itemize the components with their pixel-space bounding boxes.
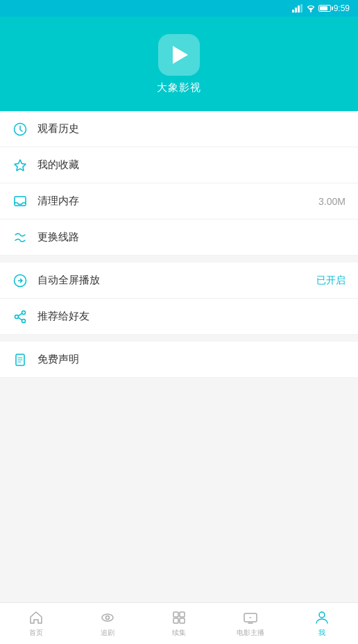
status-bar: 9:59 — [0, 0, 358, 17]
menu-item-my-favorites[interactable]: 我的收藏 — [0, 147, 358, 183]
menu-item-watch-history[interactable]: 观看历史 — [0, 111, 358, 147]
svg-line-11 — [18, 313, 22, 316]
signal-icon — [292, 4, 303, 13]
favorites-label: 我的收藏 — [37, 158, 346, 172]
svg-point-8 — [22, 311, 26, 314]
status-bar-right: 9:59 — [292, 3, 350, 13]
nav-item-explore[interactable]: 续集 — [143, 603, 214, 644]
menu-item-switch-route[interactable]: 更换线路 — [0, 220, 358, 256]
svg-rect-3 — [300, 4, 302, 13]
menu-section: 观看历史 我的收藏 清理内存 3.00M — [0, 111, 358, 378]
svg-rect-22 — [180, 618, 185, 623]
home-nav-label: 首页 — [29, 628, 43, 638]
menu-item-auto-fullscreen[interactable]: 自动全屏播放 已开启 — [0, 263, 358, 299]
grid-nav-icon — [171, 609, 187, 626]
home-nav-icon — [28, 609, 44, 626]
svg-rect-2 — [298, 6, 300, 13]
svg-rect-21 — [173, 618, 178, 623]
share-icon — [12, 309, 28, 324]
switch-route-label: 更换线路 — [37, 231, 346, 244]
menu-section-2: 自动全屏播放 已开启 推荐给好友 — [0, 263, 358, 335]
menu-divider-1 — [0, 256, 358, 263]
nav-item-theater[interactable]: 电影主播 — [215, 603, 287, 644]
menu-item-clear-cache[interactable]: 清理内存 3.00M — [0, 183, 358, 220]
app-name: 大象影视 — [157, 81, 201, 94]
svg-point-25 — [319, 612, 325, 618]
follow-nav-label: 追剧 — [101, 628, 114, 638]
clear-cache-value: 3.00M — [318, 196, 346, 207]
bottom-nav: 首页 追剧 续集 电影主播 — [0, 602, 358, 644]
explore-nav-label: 续集 — [172, 628, 186, 638]
menu-section-1: 观看历史 我的收藏 清理内存 3.00M — [0, 111, 358, 256]
menu-item-disclaimer[interactable]: 免费声明 — [0, 342, 358, 378]
route-icon — [12, 230, 28, 245]
nav-item-follow[interactable]: 追剧 — [71, 603, 143, 644]
star-icon — [12, 158, 28, 173]
app-header: 大象影视 — [0, 0, 358, 111]
recommend-label: 推荐给好友 — [37, 310, 346, 323]
auto-fullscreen-value: 已开启 — [316, 274, 346, 287]
svg-point-18 — [105, 616, 109, 620]
tv-nav-icon — [242, 609, 259, 626]
me-nav-label: 我 — [318, 628, 325, 638]
svg-point-10 — [15, 315, 19, 318]
battery-icon — [318, 5, 331, 12]
theater-nav-label: 电影主播 — [237, 628, 264, 638]
svg-point-4 — [309, 10, 311, 12]
time-display: 9:59 — [334, 3, 350, 13]
person-nav-icon — [314, 609, 330, 626]
disclaimer-label: 免费声明 — [37, 353, 346, 366]
inbox-icon — [12, 194, 28, 209]
menu-divider-2 — [0, 335, 358, 342]
svg-rect-20 — [180, 612, 185, 617]
svg-rect-1 — [295, 8, 297, 13]
svg-point-9 — [22, 319, 26, 322]
nav-item-me[interactable]: 我 — [287, 603, 358, 644]
wifi-icon — [306, 4, 316, 13]
svg-line-12 — [18, 317, 22, 320]
doc-icon — [12, 352, 28, 368]
app-logo — [158, 34, 200, 76]
play-icon — [173, 46, 188, 64]
auto-fullscreen-label: 自动全屏播放 — [37, 274, 316, 287]
svg-point-17 — [102, 614, 113, 621]
clear-cache-label: 清理内存 — [37, 195, 318, 208]
menu-section-3: 免费声明 — [0, 342, 358, 378]
watch-history-label: 观看历史 — [37, 122, 346, 135]
fullscreen-icon — [12, 273, 28, 288]
menu-item-recommend[interactable]: 推荐给好友 — [0, 299, 358, 335]
clock-icon — [12, 122, 28, 137]
svg-rect-0 — [292, 10, 294, 13]
eye-nav-icon — [99, 609, 116, 626]
svg-rect-19 — [173, 612, 178, 617]
nav-item-home[interactable]: 首页 — [0, 603, 71, 644]
